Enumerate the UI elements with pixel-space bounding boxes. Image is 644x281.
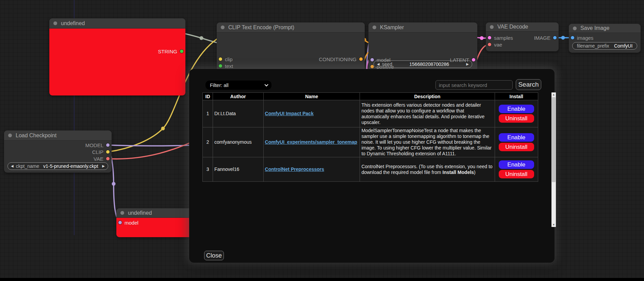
collapse-dot-icon[interactable]: [221, 25, 225, 29]
input-slot-model: model: [118, 219, 141, 226]
wire-string-to-text: [182, 33, 220, 43]
input-label: vae: [494, 42, 502, 48]
node-undefined-string[interactable]: undefined STRING: [49, 18, 185, 95]
node-title-bar[interactable]: undefined: [49, 18, 185, 29]
extension-link[interactable]: ComfyUI_experiments/sampler_tonemap: [265, 139, 358, 145]
node-title-bar[interactable]: Save Image: [569, 24, 641, 33]
filename-prefix-widget[interactable]: filename_prefix ComfyUI: [572, 42, 637, 50]
collapse-dot-icon[interactable]: [490, 25, 494, 29]
node-title-bar[interactable]: CLIP Text Encode (Prompt): [217, 22, 365, 33]
extension-manager-dialog: Filter: all Search ID Author Name Descri…: [189, 69, 555, 263]
positive-input-dot[interactable]: [370, 65, 374, 68]
cell-author: Fannovel16: [213, 157, 263, 182]
images-input-dot[interactable]: [571, 36, 574, 39]
reroute-dot-image[interactable]: [561, 36, 565, 40]
collapse-dot-icon[interactable]: [8, 134, 12, 137]
collapse-dot-icon[interactable]: [373, 25, 376, 29]
cell-id: 2: [203, 127, 213, 157]
input-label: text: [225, 63, 233, 69]
input-label: model: [377, 57, 391, 63]
node-undefined-model[interactable]: undefined model: [116, 208, 193, 237]
header-name: Name: [263, 93, 360, 100]
filter-select[interactable]: Filter: all: [205, 81, 271, 90]
cell-id: 1: [203, 100, 213, 127]
image-output-dot[interactable]: [553, 36, 557, 39]
close-button[interactable]: Close: [204, 251, 224, 260]
string-output-dot[interactable]: [180, 50, 183, 53]
input-label: samples: [494, 35, 513, 41]
increment-arrow-icon[interactable]: ▶: [102, 164, 105, 168]
node-load-checkpoint[interactable]: Load Checkpoint MODEL CLIP VAE ◀ ckpt_na…: [4, 130, 112, 173]
node-title: KSampler: [380, 24, 404, 31]
node-title: undefined: [61, 20, 85, 27]
table-row: 2 comfyanonymous ComfyUI_experiments/sam…: [203, 127, 538, 157]
uninstall-button[interactable]: Uninstall: [499, 170, 534, 178]
widget-value: v1-5-pruned-emaonly.ckpt: [42, 163, 100, 169]
extension-link[interactable]: ComfyUI Impact Pack: [265, 111, 314, 116]
clip-output-dot[interactable]: [106, 150, 110, 154]
latent-output-dot[interactable]: [472, 58, 475, 62]
samples-input-dot[interactable]: [488, 36, 491, 39]
search-input[interactable]: [435, 80, 513, 90]
model-output-dot[interactable]: [106, 143, 110, 147]
extension-table-scroll-area[interactable]: ID Author Name Description Install 1 Dr.…: [202, 92, 543, 227]
collapse-dot-icon[interactable]: [573, 27, 577, 30]
scroll-up-arrow-icon[interactable]: ▲: [551, 92, 556, 97]
ckpt-name-widget[interactable]: ◀ ckpt_name v1-5-pruned-emaonly.ckpt ▶: [7, 162, 108, 170]
enable-button[interactable]: Enable: [499, 105, 534, 113]
decrement-arrow-icon[interactable]: ◀: [11, 164, 14, 168]
node-ksampler[interactable]: KSampler model positive negative latent_…: [368, 22, 477, 72]
scroll-down-arrow-icon[interactable]: ▼: [551, 223, 556, 227]
node-save-image[interactable]: Save Image images filename_prefix ComfyU…: [569, 24, 641, 53]
reroute-dot-string[interactable]: [200, 36, 203, 40]
output-slot-image: IMAGE: [531, 34, 557, 41]
node-title-bar[interactable]: Load Checkpoint: [4, 130, 112, 141]
conditioning-output-dot[interactable]: [359, 57, 363, 61]
uninstall-button[interactable]: Uninstall: [499, 114, 534, 123]
input-label: model: [125, 220, 138, 226]
node-graph-canvas[interactable]: undefined STRING CLIP Text Encode (Promp…: [0, 0, 644, 281]
model-input-dot[interactable]: [118, 221, 122, 224]
enable-button[interactable]: Enable: [499, 133, 534, 142]
node-title-bar[interactable]: VAE Decode: [486, 22, 559, 32]
extension-table: ID Author Name Description Install 1 Dr.…: [202, 92, 538, 182]
search-button[interactable]: Search: [516, 79, 541, 90]
collapse-dot-icon[interactable]: [53, 21, 57, 25]
cell-install: Enable Uninstall: [495, 127, 538, 157]
header-description: Description: [360, 93, 495, 100]
table-header-row: ID Author Name Description Install: [203, 93, 538, 100]
header-id: ID: [203, 93, 213, 100]
reroute-dot-model[interactable]: [112, 182, 116, 186]
input-slot-samples: samples: [488, 34, 516, 41]
text-input-dot[interactable]: [219, 64, 222, 68]
node-vae-decode[interactable]: VAE Decode samples vae IMAGE: [486, 22, 559, 51]
output-label: STRING: [158, 49, 177, 54]
clip-input-dot[interactable]: [219, 57, 222, 61]
vae-input-dot[interactable]: [488, 43, 491, 46]
output-label: CLIP: [92, 149, 103, 155]
node-title: CLIP Text Encode (Prompt): [228, 24, 294, 31]
widget-name: filename_prefix: [577, 43, 609, 49]
enable-button[interactable]: Enable: [499, 160, 534, 169]
output-slot-conditioning: CONDITIONING: [316, 56, 363, 63]
cell-description: ModelSamplerTonemapNoiseTest a node that…: [360, 127, 495, 157]
output-label: LATENT: [450, 57, 469, 63]
output-slot-string: STRING: [155, 48, 183, 55]
node-error-body: [49, 29, 185, 95]
node-clip-text-encode[interactable]: CLIP Text Encode (Prompt) clip text COND…: [217, 22, 365, 72]
uninstall-button[interactable]: Uninstall: [499, 143, 534, 151]
node-title-bar[interactable]: undefined: [116, 208, 193, 218]
model-input-dot[interactable]: [370, 58, 374, 62]
table-scrollbar[interactable]: ▲ ▼: [551, 92, 556, 227]
vae-output-dot[interactable]: [106, 157, 110, 160]
output-label: VAE: [94, 156, 103, 162]
reroute-dot-clip[interactable]: [161, 127, 165, 130]
input-slot-model: model: [370, 56, 393, 63]
reroute-dot-latent[interactable]: [480, 36, 484, 40]
output-label: CONDITIONING: [319, 56, 357, 62]
node-title-bar[interactable]: KSampler: [368, 22, 477, 33]
extension-link[interactable]: ControlNet Preprocessors: [265, 166, 324, 172]
scrollbar-thumb[interactable]: [552, 97, 556, 182]
collapse-dot-icon[interactable]: [120, 211, 124, 215]
cell-install: Enable Uninstall: [495, 100, 538, 127]
